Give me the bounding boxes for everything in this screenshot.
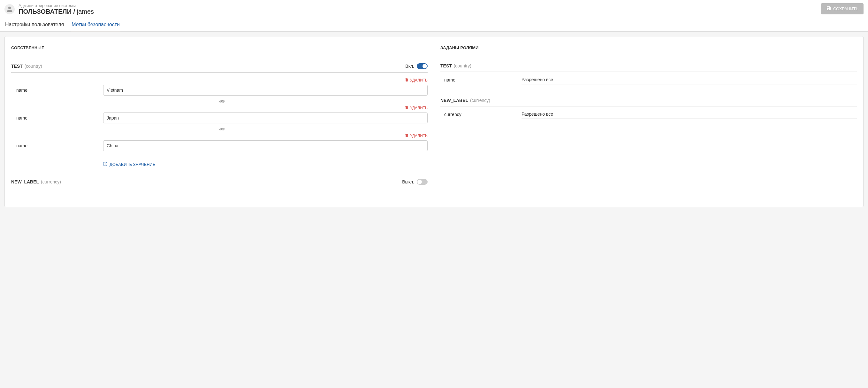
role-field-label: name (444, 77, 518, 83)
tab-security-labels[interactable]: Метки безопасности (71, 19, 120, 31)
breadcrumb: Администрирование системы (19, 3, 94, 8)
role-field-label: currency (444, 112, 518, 117)
add-value-label: ДОБАВИТЬ ЗНАЧЕНИЕ (110, 162, 156, 167)
role-labels-title: ЗАДАНЫ РОЛЯМИ (440, 46, 857, 54)
save-icon (826, 6, 831, 12)
add-value-button[interactable]: ДОБАВИТЬ ЗНАЧЕНИЕ (102, 161, 156, 168)
delete-label: УДАЛИТЬ (410, 133, 428, 138)
role-label-name: NEW_LABEL (currency) (440, 98, 490, 103)
toggle-text: Вкл. (405, 64, 414, 69)
avatar (4, 4, 15, 14)
role-label-code: TEST (440, 63, 452, 68)
delete-label: УДАЛИТЬ (410, 78, 428, 83)
tabs: Настройки пользователя Метки безопасност… (4, 19, 864, 31)
own-label-block: NEW_LABEL (currency) Выкл. (11, 177, 428, 188)
save-button-label: СОХРАНИТЬ (833, 6, 859, 11)
or-divider: или (16, 126, 428, 131)
role-label-block: NEW_LABEL (currency) currency Разрешено … (440, 96, 857, 121)
own-label-entity: (country) (25, 64, 42, 69)
plus-circle-icon (102, 161, 107, 168)
value-input[interactable] (103, 113, 428, 123)
own-label-entity: (currency) (41, 179, 61, 184)
role-label-name: TEST (country) (440, 63, 471, 68)
trash-icon (405, 78, 409, 83)
save-button[interactable]: СОХРАНИТЬ (821, 3, 864, 14)
own-label-name: TEST (country) (11, 64, 42, 69)
role-field-value: Разрешено все (522, 110, 857, 119)
trash-icon (405, 133, 409, 139)
own-label-code: TEST (11, 64, 23, 69)
value-field-label: name (16, 115, 99, 120)
role-label-entity: (currency) (470, 98, 490, 103)
own-label-name: NEW_LABEL (currency) (11, 179, 61, 184)
own-labels-title: СОБСТВЕННЫЕ (11, 46, 428, 54)
page-title-prefix: ПОЛЬЗОВАТЕЛИ / (19, 8, 77, 15)
role-label-block: TEST (country) name Разрешено все (440, 61, 857, 86)
role-label-entity: (country) (454, 63, 471, 68)
own-label-code: NEW_LABEL (11, 179, 39, 184)
page-title: ПОЛЬЗОВАТЕЛИ / james (19, 8, 94, 16)
role-label-code: NEW_LABEL (440, 98, 468, 103)
label-toggle[interactable] (417, 63, 428, 69)
or-divider: или (16, 99, 428, 103)
trash-icon (405, 106, 409, 111)
value-input[interactable] (103, 85, 428, 95)
toggle-text: Выкл. (402, 179, 414, 184)
role-field-value: Разрешено все (522, 75, 857, 84)
label-toggle[interactable] (417, 179, 428, 185)
value-field-label: name (16, 143, 99, 148)
delete-value-button[interactable]: УДАЛИТЬ (405, 78, 428, 83)
value-input[interactable] (103, 140, 428, 151)
value-field-label: name (16, 88, 99, 93)
page-title-user: james (77, 8, 94, 15)
delete-value-button[interactable]: УДАЛИТЬ (405, 106, 428, 111)
own-label-block: TEST (country) Вкл. УДАЛИТЬ (11, 61, 428, 168)
own-labels-column: СОБСТВЕННЫЕ TEST (country) Вкл. (11, 46, 428, 198)
tab-user-settings[interactable]: Настройки пользователя (4, 19, 64, 31)
delete-label: УДАЛИТЬ (410, 106, 428, 110)
delete-value-button[interactable]: УДАЛИТЬ (405, 133, 428, 139)
role-labels-column: ЗАДАНЫ РОЛЯМИ TEST (country) name Разреш… (440, 46, 857, 198)
